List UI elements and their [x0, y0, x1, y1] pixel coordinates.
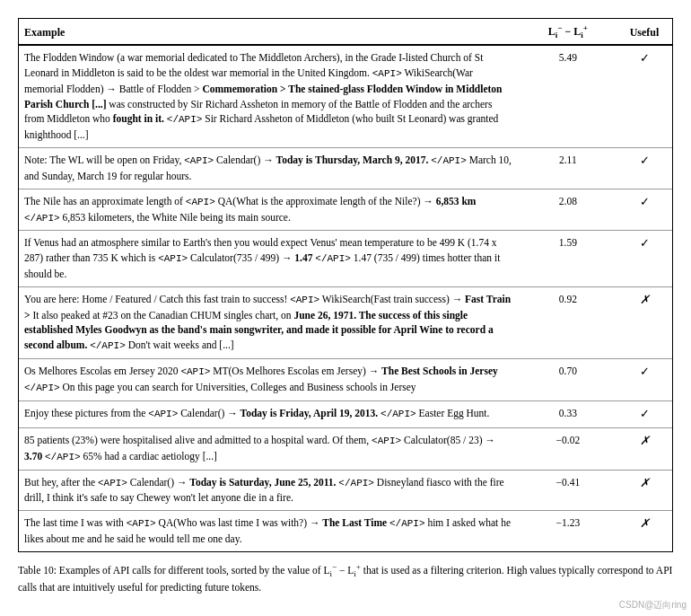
main-table-container: Example Li− − Li+ Useful The Flodden Win… [18, 18, 673, 552]
useful-cell: ✓ [617, 189, 672, 231]
score-cell: 2.11 [520, 147, 617, 189]
score-cell: −0.41 [520, 470, 617, 511]
examples-table: Example Li− − Li+ Useful The Flodden Win… [19, 19, 672, 551]
table-row: But hey, after the <API> Calendar() → To… [19, 470, 672, 511]
score-cell: −0.02 [520, 427, 617, 470]
example-header: Example [19, 19, 520, 45]
useful-cell: ✗ [617, 286, 672, 358]
useful-cell: ✗ [617, 511, 672, 551]
table-row: You are here: Home / Featured / Catch th… [19, 286, 672, 358]
useful-header: Useful [617, 19, 672, 45]
example-cell: You are here: Home / Featured / Catch th… [19, 286, 520, 358]
table-row: Note: The WL will be open on Friday, <AP… [19, 147, 672, 189]
table-row: The last time I was with <API> QA(Who wa… [19, 511, 672, 551]
score-cell: −1.23 [520, 511, 617, 551]
score-cell: 0.92 [520, 286, 617, 358]
useful-cell: ✓ [617, 147, 672, 189]
example-cell: If Venus had an atmosphere similar to Ea… [19, 231, 520, 286]
table-row: 85 patients (23%) were hospitalised aliv… [19, 427, 672, 470]
table-row: Enjoy these pictures from the <API> Cale… [19, 400, 672, 427]
useful-cell: ✗ [617, 470, 672, 511]
score-header: Li− − Li+ [520, 19, 617, 45]
score-cell: 5.49 [520, 45, 617, 147]
useful-cell: ✓ [617, 45, 672, 147]
example-cell: 85 patients (23%) were hospitalised aliv… [19, 427, 520, 470]
table-row: If Venus had an atmosphere similar to Ea… [19, 231, 672, 286]
table-row: Os Melhores Escolas em Jersey 2020 <API>… [19, 358, 672, 400]
table-caption: Table 10: Examples of API calls for diff… [18, 561, 673, 596]
useful-cell: ✗ [617, 427, 672, 470]
example-cell: Os Melhores Escolas em Jersey 2020 <API>… [19, 358, 520, 400]
score-cell: 0.33 [520, 400, 617, 427]
score-cell: 1.59 [520, 231, 617, 286]
score-cell: 0.70 [520, 358, 617, 400]
table-row: The Flodden Window (a war memorial dedic… [19, 45, 672, 147]
example-cell: The Flodden Window (a war memorial dedic… [19, 45, 520, 147]
table-row: The Nile has an approximate length of <A… [19, 189, 672, 231]
example-cell: Note: The WL will be open on Friday, <AP… [19, 147, 520, 189]
score-cell: 2.08 [520, 189, 617, 231]
example-cell: The last time I was with <API> QA(Who wa… [19, 511, 520, 551]
useful-cell: ✓ [617, 231, 672, 286]
useful-cell: ✓ [617, 358, 672, 400]
example-cell: The Nile has an approximate length of <A… [19, 189, 520, 231]
watermark: CSDN@迈向ring [619, 599, 687, 612]
useful-cell: ✓ [617, 400, 672, 427]
example-cell: Enjoy these pictures from the <API> Cale… [19, 400, 520, 427]
example-cell: But hey, after the <API> Calendar() → To… [19, 470, 520, 511]
